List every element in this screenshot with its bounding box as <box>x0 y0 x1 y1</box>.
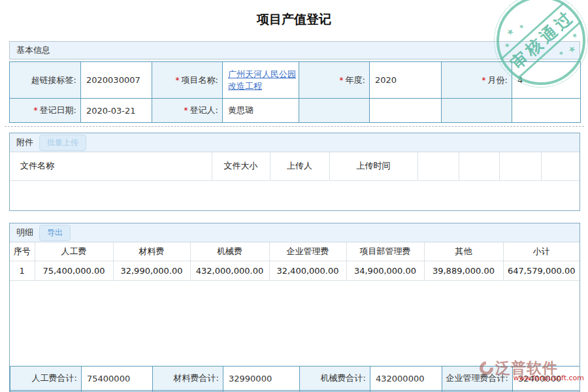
empty-value-cell <box>512 99 581 123</box>
basic-info-table: 超链接标签: 2020030007 *项目名称: 广州天河人民公园改造工程 *年… <box>9 61 581 123</box>
register-date-value: 2020-03-21 <box>81 99 152 123</box>
empty-value-cell <box>370 99 442 123</box>
col-empty <box>459 152 499 180</box>
detail-section: 明细 导出 序号 人工费 材料费 机械费 企业管理费 项目部管理费 其他 小计 … <box>9 223 580 392</box>
cell-seq: 1 <box>10 261 35 280</box>
material-total-label: 材料费合计: <box>153 367 223 391</box>
attachments-section: 附件 批量上传 文件名称 文件大小 上传人 上传时间 <box>9 133 580 211</box>
project-name-link[interactable]: 广州天河人民公园改造工程 <box>228 69 296 91</box>
col-empty <box>417 152 459 180</box>
hyperlink-tag-value: 2020030007 <box>81 62 152 99</box>
registrar-value: 黄思璐 <box>223 99 299 123</box>
empty-label-cell <box>442 99 512 123</box>
col-upload-time: 上传时间 <box>329 152 417 180</box>
col-seq: 序号 <box>10 242 35 261</box>
col-file-name: 文件名称 <box>10 152 212 180</box>
month-label: *月份: <box>442 62 512 99</box>
totals-table: 人工费合计: 75400000 材料费合计: 32990000 机械费合计: 4… <box>10 366 580 392</box>
col-enterprise-mgmt-cost: 企业管理费 <box>269 242 346 261</box>
basic-info-section: 基本信息 超链接标签: 2020030007 *项目名称: 广州天河人民公园改造… <box>9 41 580 123</box>
col-uploader: 上传人 <box>270 152 329 180</box>
basic-info-title: 基本信息 <box>16 44 50 56</box>
month-value: 4 <box>512 62 581 99</box>
detail-table: 序号 人工费 材料费 机械费 企业管理费 项目部管理费 其他 小计 1 75,4… <box>10 242 580 281</box>
required-icon: * <box>482 76 486 85</box>
year-label: *年度: <box>299 62 370 99</box>
enterprise-mgmt-total-value: 32400000 <box>513 367 580 391</box>
required-icon: * <box>34 106 38 115</box>
cell-enterprise-mgmt-cost: 32,400,000.00 <box>269 261 346 280</box>
col-subtotal: 小计 <box>503 242 580 261</box>
machinery-total-value: 432000000 <box>370 367 442 391</box>
col-empty <box>541 152 580 180</box>
page: 项目产值登记 ★ ★ ★ ★ ★ ★ 审核通过 基本信息 超链接标 <box>0 0 588 392</box>
labor-total-label: 人工费合计: <box>10 367 82 391</box>
machinery-total-label: 机械费合计: <box>300 367 370 391</box>
hyperlink-tag-label: 超链接标签: <box>10 62 81 99</box>
cell-labor-cost: 75,400,000.00 <box>35 261 113 280</box>
cell-material-cost: 32,990,000.00 <box>113 261 190 280</box>
col-machinery-cost: 机械费 <box>190 242 269 261</box>
enterprise-mgmt-total-label: 企业管理费合计: <box>442 367 513 391</box>
project-name-label: *项目名称: <box>152 62 223 99</box>
labor-total-value: 75400000 <box>82 367 153 391</box>
attachments-title: 附件 <box>16 137 33 148</box>
batch-upload-button[interactable]: 批量上传 <box>39 135 86 151</box>
required-icon: * <box>340 76 344 85</box>
cell-machinery-cost: 432,000,000.00 <box>190 261 269 280</box>
material-total-value: 32990000 <box>223 367 300 391</box>
detail-title: 明细 <box>16 227 33 238</box>
required-icon: * <box>176 76 180 85</box>
empty-label-cell <box>299 99 370 123</box>
cell-subtotal: 647,579,000.00 <box>503 261 580 280</box>
col-file-size: 文件大小 <box>212 152 270 180</box>
year-value: 2020 <box>370 62 442 99</box>
cell-other: 39,889,000.00 <box>424 261 503 280</box>
project-name-cell: 广州天河人民公园改造工程 <box>223 62 299 99</box>
registrar-label: *登记人: <box>152 99 223 123</box>
table-row: 1 75,400,000.00 32,990,000.00 432,000,00… <box>10 261 580 280</box>
star-icon: ★ <box>570 31 579 40</box>
attachments-header: 附件 批量上传 <box>10 133 580 152</box>
detail-header: 明细 导出 <box>10 223 580 242</box>
attachments-table: 文件名称 文件大小 上传人 上传时间 <box>10 152 580 181</box>
col-labor-cost: 人工费 <box>35 242 113 261</box>
col-material-cost: 材料费 <box>113 242 190 261</box>
col-other: 其他 <box>424 242 503 261</box>
col-project-dept-mgmt-cost: 项目部管理费 <box>346 242 424 261</box>
required-icon: * <box>184 106 188 115</box>
page-title: 项目产值登记 <box>0 11 588 28</box>
col-empty <box>499 152 541 180</box>
cell-project-dept-mgmt-cost: 34,900,000.00 <box>346 261 424 280</box>
export-button[interactable]: 导出 <box>39 225 71 241</box>
section-separator <box>5 126 584 127</box>
register-date-label: *登记日期: <box>10 99 81 123</box>
basic-info-header: 基本信息 <box>9 41 580 59</box>
